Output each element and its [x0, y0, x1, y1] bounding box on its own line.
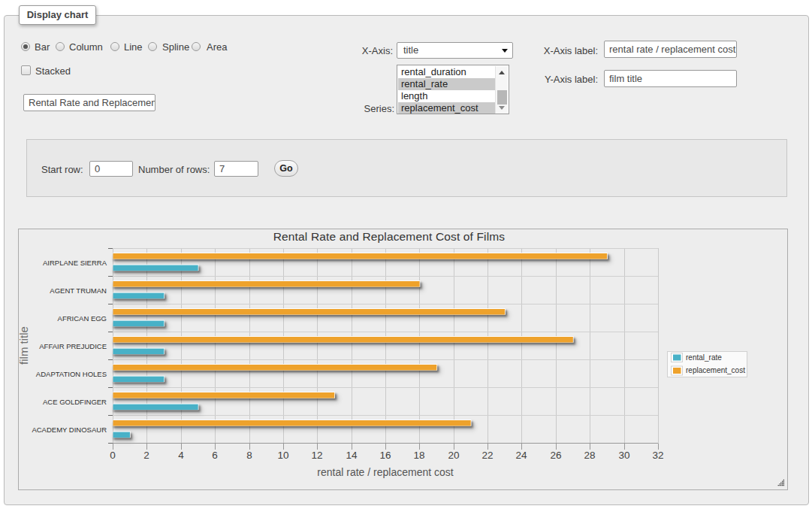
svg-text:AGENT TRUMAN: AGENT TRUMAN [50, 286, 107, 295]
svg-text:6: 6 [212, 450, 218, 461]
svg-text:22: 22 [481, 450, 493, 461]
svg-text:8: 8 [246, 450, 252, 461]
svg-text:film title: film title [18, 326, 30, 365]
svg-text:rental rate / replacement cost: rental rate / replacement cost [317, 466, 453, 478]
svg-text:2: 2 [143, 450, 149, 461]
svg-text:AFRICAN EGG: AFRICAN EGG [58, 314, 107, 323]
svg-text:Rental Rate and Replacement Co: Rental Rate and Replacement Cost of Film… [273, 230, 506, 243]
svg-text:26: 26 [550, 450, 561, 461]
svg-text:ADAPTATION HOLES: ADAPTATION HOLES [36, 370, 107, 378]
svg-text:14: 14 [346, 450, 358, 461]
svg-text:30: 30 [618, 450, 629, 461]
svg-text:4: 4 [178, 450, 184, 461]
svg-text:ACADEMY DINOSAUR: ACADEMY DINOSAUR [32, 426, 107, 434]
svg-text:20: 20 [448, 450, 459, 461]
svg-text:18: 18 [413, 450, 424, 461]
svg-text:0: 0 [110, 450, 116, 461]
svg-text:28: 28 [584, 450, 595, 461]
svg-text:10: 10 [277, 450, 288, 461]
svg-text:12: 12 [311, 450, 322, 461]
svg-text:AIRPLANE SIERRA: AIRPLANE SIERRA [43, 259, 107, 267]
svg-text:32: 32 [652, 450, 663, 461]
svg-text:replacement_cost: replacement_cost [686, 366, 745, 374]
svg-text:ACE GOLDFINGER: ACE GOLDFINGER [43, 398, 107, 406]
svg-text:rental_rate: rental_rate [686, 353, 722, 362]
svg-text:24: 24 [515, 450, 527, 461]
svg-text:AFFAIR PREJUDICE: AFFAIR PREJUDICE [39, 342, 107, 350]
svg-text:16: 16 [379, 450, 391, 461]
